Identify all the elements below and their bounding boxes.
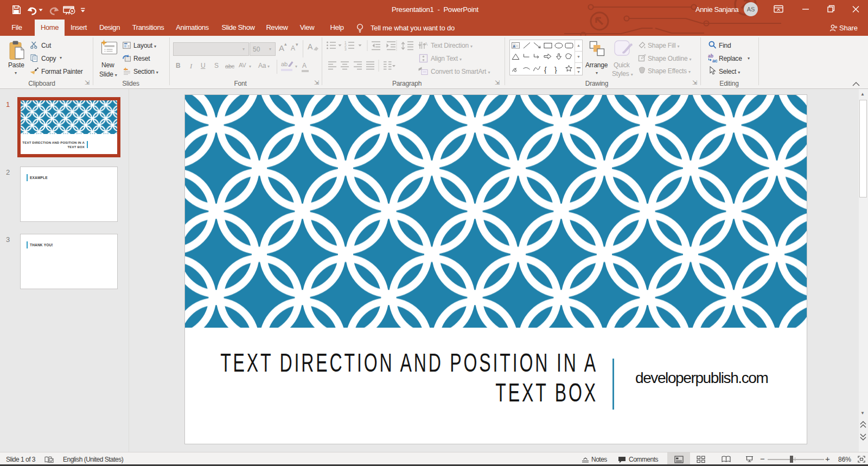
- svg-text:{: {: [544, 66, 547, 74]
- svg-text:}: }: [554, 66, 557, 74]
- svg-text:3: 3: [344, 47, 347, 51]
- svg-text:A: A: [513, 44, 515, 48]
- svg-text:ac: ac: [712, 58, 718, 63]
- svg-text:A: A: [425, 41, 428, 47]
